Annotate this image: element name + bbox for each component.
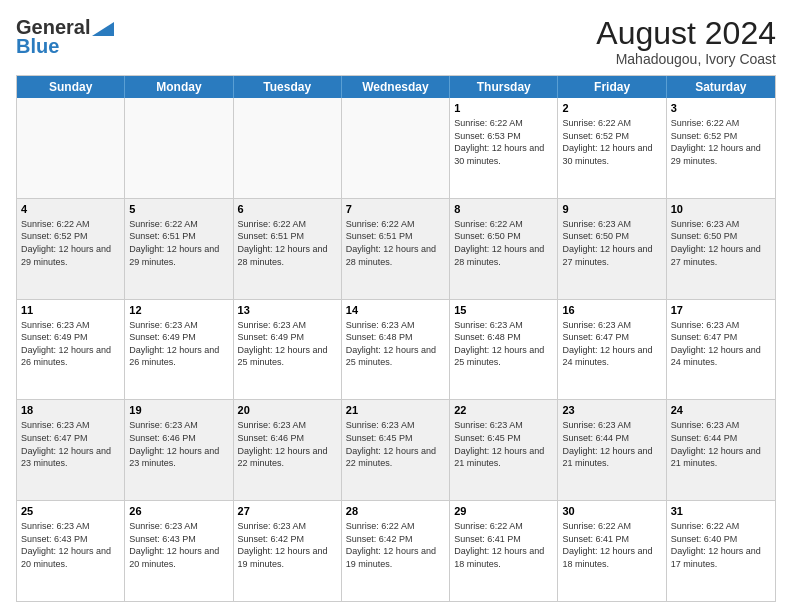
calendar-cell: 27Sunrise: 6:23 AM Sunset: 6:42 PM Dayli… [234,501,342,601]
calendar-cell: 9Sunrise: 6:23 AM Sunset: 6:50 PM Daylig… [558,199,666,299]
calendar-week-4: 18Sunrise: 6:23 AM Sunset: 6:47 PM Dayli… [17,400,775,501]
weekday-header-friday: Friday [558,76,666,98]
day-number: 27 [238,504,337,519]
header: General Blue August 2024 Mahadougou, Ivo… [16,16,776,67]
calendar-cell: 31Sunrise: 6:22 AM Sunset: 6:40 PM Dayli… [667,501,775,601]
calendar-week-2: 4Sunrise: 6:22 AM Sunset: 6:52 PM Daylig… [17,199,775,300]
day-number: 6 [238,202,337,217]
calendar-cell: 21Sunrise: 6:23 AM Sunset: 6:45 PM Dayli… [342,400,450,500]
day-info: Sunrise: 6:23 AM Sunset: 6:44 PM Dayligh… [562,419,661,469]
calendar-cell: 28Sunrise: 6:22 AM Sunset: 6:42 PM Dayli… [342,501,450,601]
calendar-cell: 3Sunrise: 6:22 AM Sunset: 6:52 PM Daylig… [667,98,775,198]
day-info: Sunrise: 6:23 AM Sunset: 6:47 PM Dayligh… [21,419,120,469]
calendar-cell: 1Sunrise: 6:22 AM Sunset: 6:53 PM Daylig… [450,98,558,198]
weekday-header-tuesday: Tuesday [234,76,342,98]
calendar-cell: 22Sunrise: 6:23 AM Sunset: 6:45 PM Dayli… [450,400,558,500]
day-info: Sunrise: 6:23 AM Sunset: 6:43 PM Dayligh… [129,520,228,570]
day-info: Sunrise: 6:23 AM Sunset: 6:43 PM Dayligh… [21,520,120,570]
day-number: 18 [21,403,120,418]
day-info: Sunrise: 6:22 AM Sunset: 6:53 PM Dayligh… [454,117,553,167]
day-info: Sunrise: 6:23 AM Sunset: 6:49 PM Dayligh… [21,319,120,369]
calendar-cell: 29Sunrise: 6:22 AM Sunset: 6:41 PM Dayli… [450,501,558,601]
calendar-cell: 24Sunrise: 6:23 AM Sunset: 6:44 PM Dayli… [667,400,775,500]
location-subtitle: Mahadougou, Ivory Coast [596,51,776,67]
calendar-cell: 26Sunrise: 6:23 AM Sunset: 6:43 PM Dayli… [125,501,233,601]
calendar-cell: 12Sunrise: 6:23 AM Sunset: 6:49 PM Dayli… [125,300,233,400]
day-number: 30 [562,504,661,519]
day-info: Sunrise: 6:22 AM Sunset: 6:51 PM Dayligh… [238,218,337,268]
day-info: Sunrise: 6:23 AM Sunset: 6:48 PM Dayligh… [346,319,445,369]
calendar-cell: 15Sunrise: 6:23 AM Sunset: 6:48 PM Dayli… [450,300,558,400]
svg-marker-0 [92,22,114,36]
day-number: 24 [671,403,771,418]
day-number: 25 [21,504,120,519]
calendar-cell: 7Sunrise: 6:22 AM Sunset: 6:51 PM Daylig… [342,199,450,299]
day-number: 12 [129,303,228,318]
day-info: Sunrise: 6:22 AM Sunset: 6:41 PM Dayligh… [562,520,661,570]
day-info: Sunrise: 6:23 AM Sunset: 6:42 PM Dayligh… [238,520,337,570]
calendar-cell [342,98,450,198]
day-number: 29 [454,504,553,519]
calendar-week-1: 1Sunrise: 6:22 AM Sunset: 6:53 PM Daylig… [17,98,775,199]
calendar-cell [17,98,125,198]
calendar-cell [125,98,233,198]
day-info: Sunrise: 6:23 AM Sunset: 6:46 PM Dayligh… [238,419,337,469]
day-number: 15 [454,303,553,318]
day-info: Sunrise: 6:23 AM Sunset: 6:47 PM Dayligh… [562,319,661,369]
day-info: Sunrise: 6:22 AM Sunset: 6:51 PM Dayligh… [129,218,228,268]
day-info: Sunrise: 6:23 AM Sunset: 6:49 PM Dayligh… [129,319,228,369]
day-number: 4 [21,202,120,217]
calendar-cell: 6Sunrise: 6:22 AM Sunset: 6:51 PM Daylig… [234,199,342,299]
day-number: 5 [129,202,228,217]
calendar: SundayMondayTuesdayWednesdayThursdayFrid… [16,75,776,602]
day-number: 21 [346,403,445,418]
weekday-header-saturday: Saturday [667,76,775,98]
day-number: 3 [671,101,771,116]
weekday-header-thursday: Thursday [450,76,558,98]
calendar-cell: 23Sunrise: 6:23 AM Sunset: 6:44 PM Dayli… [558,400,666,500]
day-number: 31 [671,504,771,519]
day-number: 26 [129,504,228,519]
calendar-cell: 11Sunrise: 6:23 AM Sunset: 6:49 PM Dayli… [17,300,125,400]
day-number: 9 [562,202,661,217]
calendar-cell: 13Sunrise: 6:23 AM Sunset: 6:49 PM Dayli… [234,300,342,400]
day-number: 14 [346,303,445,318]
day-info: Sunrise: 6:22 AM Sunset: 6:52 PM Dayligh… [671,117,771,167]
calendar-cell: 25Sunrise: 6:23 AM Sunset: 6:43 PM Dayli… [17,501,125,601]
calendar-cell: 20Sunrise: 6:23 AM Sunset: 6:46 PM Dayli… [234,400,342,500]
day-number: 13 [238,303,337,318]
calendar-cell: 14Sunrise: 6:23 AM Sunset: 6:48 PM Dayli… [342,300,450,400]
calendar-cell: 30Sunrise: 6:22 AM Sunset: 6:41 PM Dayli… [558,501,666,601]
day-info: Sunrise: 6:23 AM Sunset: 6:50 PM Dayligh… [562,218,661,268]
weekday-header-wednesday: Wednesday [342,76,450,98]
logo-icon [92,22,114,36]
day-number: 16 [562,303,661,318]
day-number: 1 [454,101,553,116]
day-number: 22 [454,403,553,418]
day-number: 7 [346,202,445,217]
day-info: Sunrise: 6:22 AM Sunset: 6:41 PM Dayligh… [454,520,553,570]
day-info: Sunrise: 6:23 AM Sunset: 6:50 PM Dayligh… [671,218,771,268]
day-info: Sunrise: 6:23 AM Sunset: 6:45 PM Dayligh… [346,419,445,469]
day-number: 19 [129,403,228,418]
month-year-title: August 2024 [596,16,776,51]
day-number: 20 [238,403,337,418]
calendar-cell: 8Sunrise: 6:22 AM Sunset: 6:50 PM Daylig… [450,199,558,299]
day-number: 23 [562,403,661,418]
day-number: 17 [671,303,771,318]
day-info: Sunrise: 6:23 AM Sunset: 6:45 PM Dayligh… [454,419,553,469]
day-info: Sunrise: 6:23 AM Sunset: 6:46 PM Dayligh… [129,419,228,469]
day-number: 10 [671,202,771,217]
day-info: Sunrise: 6:23 AM Sunset: 6:49 PM Dayligh… [238,319,337,369]
day-info: Sunrise: 6:22 AM Sunset: 6:52 PM Dayligh… [21,218,120,268]
calendar-cell: 2Sunrise: 6:22 AM Sunset: 6:52 PM Daylig… [558,98,666,198]
calendar-header-row: SundayMondayTuesdayWednesdayThursdayFrid… [17,76,775,98]
calendar-cell [234,98,342,198]
day-info: Sunrise: 6:23 AM Sunset: 6:47 PM Dayligh… [671,319,771,369]
day-info: Sunrise: 6:22 AM Sunset: 6:51 PM Dayligh… [346,218,445,268]
calendar-cell: 5Sunrise: 6:22 AM Sunset: 6:51 PM Daylig… [125,199,233,299]
calendar-week-3: 11Sunrise: 6:23 AM Sunset: 6:49 PM Dayli… [17,300,775,401]
calendar-body: 1Sunrise: 6:22 AM Sunset: 6:53 PM Daylig… [17,98,775,601]
calendar-cell: 16Sunrise: 6:23 AM Sunset: 6:47 PM Dayli… [558,300,666,400]
title-section: August 2024 Mahadougou, Ivory Coast [596,16,776,67]
